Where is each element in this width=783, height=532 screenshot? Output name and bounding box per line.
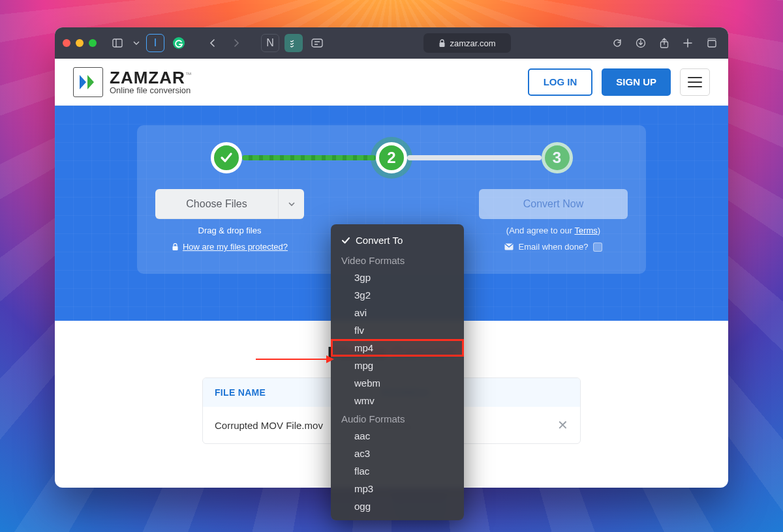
svg-rect-3 [312,39,322,47]
annotation-arrow [256,359,333,360]
privacy-report-icon[interactable] [308,34,326,52]
svg-rect-6 [440,42,445,47]
menu-button[interactable] [680,68,710,96]
brand-tagline: Online file conversion [110,86,192,95]
format-option-3g2[interactable]: 3g2 [331,286,464,304]
format-option-mpg[interactable]: mpg [331,357,464,374]
convert-now-button[interactable]: Convert Now [479,189,628,219]
step-3-column: Convert Now (And agree to our Terms) Ema… [479,189,628,252]
format-option-mp3[interactable]: mp3 [331,480,464,497]
browser-titlebar: I N zamzar.com [55,27,728,59]
convert-to-dropdown[interactable]: Convert To Video Formats 3gp3g2aviflvmp4… [331,224,464,520]
traffic-lights [63,39,97,47]
reload-icon[interactable] [608,34,626,52]
lock-icon [172,243,179,251]
signup-button[interactable]: SIGN UP [602,68,671,96]
format-option-avi[interactable]: avi [331,304,464,321]
dropdown-group-audio: Audio Formats [331,409,464,427]
format-option-3gp[interactable]: 3gp [331,269,464,286]
format-option-flac[interactable]: flac [331,462,464,480]
drag-drop-hint: Drag & drop files [198,226,262,235]
format-option-ogg[interactable]: ogg [331,497,464,515]
back-button-icon[interactable] [204,34,222,52]
share-icon[interactable] [655,34,673,52]
logo-mark-icon [73,67,103,97]
fullscreen-window-icon[interactable] [89,39,97,47]
step-1-done [211,142,242,173]
choose-files-label: Choose Files [155,189,278,219]
brand-name: ZAMZAR [110,68,185,87]
site-logo[interactable]: ZAMZAR™ Online file conversion [73,67,192,97]
new-tab-icon[interactable] [679,34,697,52]
svg-rect-0 [113,39,122,47]
lock-icon [438,39,446,48]
format-option-wmv[interactable]: wmv [331,392,464,409]
format-option-ac3[interactable]: ac3 [331,445,464,462]
choose-files-button[interactable]: Choose Files [155,189,304,219]
svg-rect-11 [172,246,177,250]
downloads-icon[interactable] [632,34,650,52]
files-protected-link[interactable]: How are my files protected? [172,242,288,252]
dropdown-header: Convert To [331,229,464,251]
sidebar-toggle-icon[interactable] [108,34,127,52]
progress-bar-1 [242,155,376,160]
login-button[interactable]: LOG IN [528,68,593,96]
close-window-icon[interactable] [63,39,70,47]
format-option-aac[interactable]: aac [331,427,464,445]
terms-link[interactable]: Terms [574,226,597,235]
chevron-down-icon[interactable] [132,34,141,52]
remove-file-icon[interactable]: ✕ [549,417,568,433]
site-header: ZAMZAR™ Online file conversion LOG IN SI… [55,59,728,106]
check-icon [219,150,234,166]
extension-onepassword-icon[interactable]: I [146,34,164,52]
agree-terms-text: (And agree to our Terms) [506,226,600,235]
address-bar-host: zamzar.com [450,38,495,48]
email-when-done-checkbox[interactable] [593,243,602,252]
step-1-column: Choose Files Drag & drop files How are m… [155,189,304,252]
extension-grammarly-icon[interactable] [170,34,188,52]
extension-todoist-icon[interactable] [284,34,303,52]
step-indicator: 2 3 [211,142,573,173]
dropdown-group-video: Video Formats [331,251,464,269]
address-bar[interactable]: zamzar.com [423,33,510,53]
forward-button-icon[interactable] [227,34,245,52]
email-when-done-label: Email when done? [519,242,589,252]
minimize-window-icon[interactable] [76,39,84,47]
step-2-active: 2 [376,142,407,173]
tab-overview-icon[interactable] [702,34,720,52]
format-option-mp4[interactable]: mp4 [331,339,464,357]
progress-bar-2 [407,155,542,160]
files-protected-label: How are my files protected? [183,242,288,252]
step-3-future: 3 [542,142,573,173]
mail-icon [504,243,514,250]
email-when-done-row[interactable]: Email when done? [504,242,603,252]
svg-rect-9 [708,40,716,47]
extension-notion-icon[interactable]: N [261,34,279,52]
choose-files-dropdown-icon[interactable] [278,189,304,219]
check-icon [341,236,350,245]
format-option-flv[interactable]: flv [331,321,464,339]
format-option-webm[interactable]: webm [331,374,464,392]
